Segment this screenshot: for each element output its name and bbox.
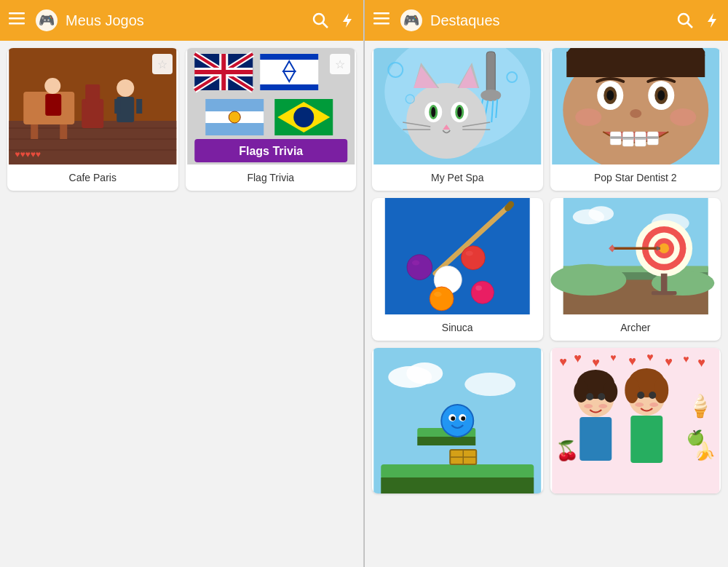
svg-rect-15 — [60, 124, 67, 139]
svg-point-131 — [550, 264, 626, 296]
right-app-logo: 🎮 — [400, 9, 423, 32]
svg-point-178 — [598, 404, 607, 408]
svg-point-138 — [661, 246, 666, 251]
svg-text:Flags Trivia: Flags Trivia — [239, 145, 303, 157]
left-search-button[interactable] — [312, 12, 328, 28]
cafe-paris-label: Cafe Paris — [7, 164, 178, 191]
game-card-dress-up[interactable]: ♥ ♥ ♥ ♥ ♥ ♥ ♥ ♥ ♥ — [550, 348, 721, 493]
svg-point-98 — [657, 90, 665, 100]
svg-text:♥: ♥ — [646, 351, 654, 363]
svg-text:🍒: 🍒 — [555, 439, 579, 462]
left-menu-icon[interactable] — [9, 10, 25, 31]
svg-point-64 — [406, 83, 486, 159]
svg-point-97 — [606, 90, 614, 100]
svg-text:♥: ♥ — [628, 354, 636, 368]
svg-point-148 — [464, 373, 515, 396]
flag-trivia-label: Flag Trivia — [186, 164, 357, 191]
svg-marker-7 — [343, 13, 352, 28]
left-header: 🎮 Meus Jogos — [0, 0, 363, 41]
my-pet-spa-thumbnail — [372, 48, 543, 164]
right-search-button[interactable] — [677, 12, 693, 28]
svg-rect-1 — [9, 17, 25, 20]
right-panel-title: Destaques — [430, 12, 670, 29]
pop-star-dentist-thumbnail — [550, 48, 721, 164]
svg-text:♥♥♥♥♥: ♥♥♥♥♥ — [15, 149, 41, 159]
game-card-archer[interactable]: Archer — [550, 198, 721, 341]
game-card-pop-star-dentist[interactable]: Pop Star Dentist 2 — [550, 48, 721, 191]
svg-rect-140 — [651, 291, 676, 295]
svg-rect-188 — [630, 416, 662, 463]
svg-point-176 — [598, 393, 605, 400]
svg-point-45 — [293, 107, 314, 127]
svg-marker-88 — [596, 48, 610, 49]
app-logo: 🎮 — [35, 9, 58, 32]
svg-rect-36 — [260, 54, 318, 60]
svg-point-53 — [678, 14, 689, 24]
svg-point-185 — [649, 392, 656, 399]
svg-rect-139 — [660, 274, 667, 293]
svg-point-184 — [637, 392, 644, 399]
svg-rect-21 — [136, 99, 142, 114]
svg-point-115 — [439, 271, 448, 278]
svg-point-109 — [575, 108, 601, 126]
left-flash-button[interactable] — [340, 12, 355, 28]
svg-point-186 — [635, 403, 644, 407]
svg-rect-50 — [373, 23, 389, 25]
svg-text:♥: ♥ — [697, 355, 705, 370]
game-card-cafe-paris[interactable]: ♥♥♥♥♥ ☆ Cafe Paris — [7, 48, 178, 191]
sinuca-label: Sinuca — [372, 314, 543, 341]
svg-rect-179 — [579, 417, 612, 461]
svg-point-118 — [461, 246, 485, 270]
right-games-grid: My Pet Spa — [365, 41, 728, 501]
svg-point-156 — [441, 405, 473, 437]
right-panel: 🎮 Destaques — [365, 0, 728, 567]
svg-point-99 — [630, 109, 641, 118]
game-card-platformer[interactable] — [372, 348, 543, 493]
svg-marker-92 — [690, 48, 705, 52]
right-header: 🎮 Destaques — [365, 0, 728, 41]
svg-point-160 — [461, 416, 465, 421]
sinuca-thumbnail — [372, 198, 543, 314]
game-card-my-pet-spa[interactable]: My Pet Spa — [372, 48, 543, 191]
pop-star-dentist-label: Pop Star Dentist 2 — [550, 164, 721, 191]
svg-rect-16 — [82, 99, 103, 128]
svg-point-175 — [586, 393, 593, 400]
svg-line-113 — [507, 205, 510, 208]
svg-marker-91 — [668, 48, 683, 49]
left-panel-title: Meus Jogos — [66, 12, 305, 29]
game-card-flag-trivia[interactable]: Flags Trivia ☆ Flag Trivia — [186, 48, 357, 191]
svg-point-119 — [465, 251, 472, 256]
svg-point-174 — [603, 381, 617, 403]
svg-point-123 — [475, 285, 482, 290]
right-flash-button[interactable] — [705, 12, 719, 28]
svg-rect-2 — [9, 23, 25, 25]
svg-point-110 — [670, 108, 696, 126]
flag-trivia-star[interactable]: ☆ — [330, 54, 350, 74]
svg-text:♥: ♥ — [559, 354, 567, 369]
right-menu-icon[interactable] — [373, 10, 389, 31]
svg-point-120 — [430, 287, 454, 311]
cafe-paris-star[interactable]: ☆ — [152, 54, 173, 74]
svg-text:🍦: 🍦 — [687, 393, 714, 419]
svg-point-73 — [431, 107, 435, 117]
svg-rect-23 — [45, 94, 61, 116]
svg-rect-0 — [9, 12, 25, 15]
svg-point-182 — [625, 377, 639, 403]
svg-rect-152 — [417, 437, 475, 445]
my-pet-spa-label: My Pet Spa — [372, 164, 543, 191]
game-card-sinuca[interactable]: Sinuca — [372, 198, 543, 341]
svg-rect-37 — [260, 84, 318, 90]
svg-line-54 — [688, 23, 693, 28]
dress-up-thumbnail: ♥ ♥ ♥ ♥ ♥ ♥ ♥ ♥ ♥ — [550, 348, 721, 493]
svg-text:🎮: 🎮 — [403, 12, 420, 28]
svg-line-6 — [323, 23, 328, 28]
svg-rect-14 — [31, 124, 38, 139]
svg-point-117 — [412, 261, 419, 266]
right-header-actions — [677, 12, 719, 28]
svg-point-74 — [457, 107, 462, 117]
svg-text:♥: ♥ — [683, 353, 689, 365]
cafe-paris-thumbnail: ♥♥♥♥♥ ☆ — [7, 48, 178, 164]
svg-rect-58 — [486, 52, 495, 95]
svg-point-173 — [574, 381, 588, 403]
svg-marker-55 — [708, 13, 716, 28]
